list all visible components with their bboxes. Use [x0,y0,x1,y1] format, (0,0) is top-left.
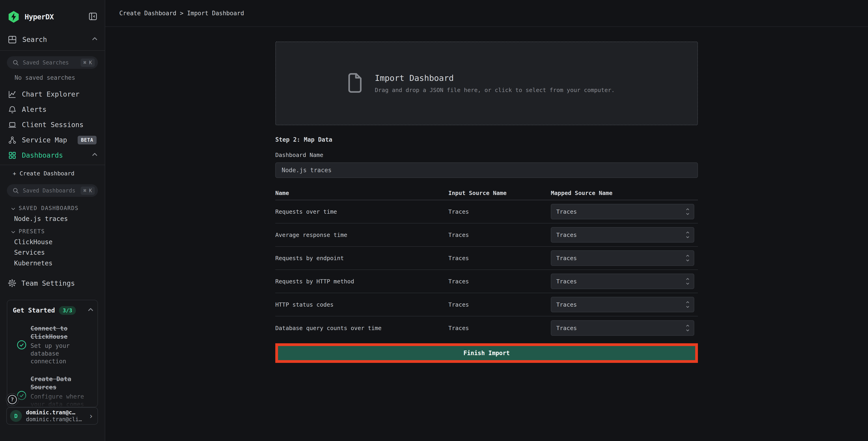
app-root: HyperDX Search [0,0,868,441]
chart-name: HTTP status codes [275,301,448,308]
mapped-source-select[interactable]: Traces [551,320,694,336]
get-started-progress-badge: 3/3 [59,306,76,315]
input-source: Traces [448,255,551,262]
saved-dashboards-search[interactable]: ⌘ K [7,184,98,197]
check-circle-icon [13,340,31,350]
sidebar-item-client-sessions[interactable]: Client Sessions [0,117,105,133]
search-section-icon [7,35,17,45]
sidebar-item-clickhouse[interactable]: ClickHouse [0,237,105,247]
service-map-icon [7,136,17,145]
get-started-item-sources[interactable]: Create Data Sources Configure where your… [13,375,92,407]
get-started-panel: Get Started 3/3 Connect to ClickHouse Se… [7,300,98,407]
shortcut-badge: ⌘ K [81,59,95,67]
saved-dashboards-input[interactable] [23,187,81,194]
task-title: Create Data Sources [31,375,92,391]
nav-label: Alerts [22,106,46,113]
input-source: Traces [448,325,551,331]
table-row: Database query counts over time Traces T… [275,316,698,340]
import-dropzone[interactable]: Import Dashboard Drag and drop a JSON fi… [275,41,698,125]
chevron-up-icon[interactable] [92,37,97,42]
sidebar-item-alerts[interactable]: Alerts [0,102,105,117]
dashboard-name-input[interactable] [275,163,698,178]
chart-name: Requests over time [275,208,448,215]
mapped-source-select[interactable]: Traces [551,251,694,266]
annotation-highlight-box: Finish Import [275,343,698,363]
mapped-source-select[interactable]: Traces [551,227,694,243]
create-dashboard-button[interactable]: + Create Dashboard [0,165,105,181]
saved-searches-input[interactable] [23,59,81,66]
sidebar-item-search[interactable]: Search [7,33,97,47]
input-source: Traces [448,208,551,215]
team-settings-label: Team Settings [22,279,75,287]
sidebar-item-team-settings[interactable]: Team Settings [0,276,105,290]
nav-label: Client Sessions [22,121,84,129]
help-button[interactable]: ? [6,393,19,406]
beta-badge: BETA [78,136,97,144]
finish-import-button[interactable]: Finish Import [278,346,695,360]
sidebar-item-service-map[interactable]: Service Map BETA [0,133,105,148]
column-header: Input Source Name [448,190,551,196]
sidebar-item-dashboards[interactable]: Dashboards [0,148,105,163]
select-chevrons-icon [686,209,689,214]
logo-row: HyperDX [7,9,98,25]
search-icon [12,59,19,66]
dropzone-hint: Drag and drop a JSON file here, or click… [375,87,615,93]
laptop-icon [7,120,17,129]
avatar: D [10,410,22,422]
breadcrumb: Create Dashboard > Import Dashboard [119,10,244,17]
mapped-source-select[interactable]: Traces [551,273,694,289]
nav-label: Chart Explorer [22,90,80,98]
user-menu[interactable]: D dominic.tran@c… dominic.tran@cli… › [6,407,98,424]
select-chevrons-icon [686,325,689,331]
user-name: dominic.tran@c… [26,409,87,416]
hyperdx-logo-icon [7,10,20,23]
app-title: HyperDX [25,12,54,21]
chart-name: Requests by HTTP method [275,278,448,285]
input-source: Traces [448,278,551,285]
chart-name: Database query counts over time [275,325,448,331]
gear-icon [7,278,17,288]
search-icon [12,187,19,194]
sidebar-item-services[interactable]: Services [0,247,105,258]
chevron-up-icon[interactable] [92,153,97,158]
bell-icon [7,105,17,114]
input-source: Traces [448,232,551,238]
task-description: Set up your database connection [31,342,92,365]
chart-explorer-icon [7,90,17,99]
shortcut-badge: ⌘ K [81,186,95,195]
dashboard-name-label: Dashboard Name [275,152,698,158]
dropzone-title: Import Dashboard [375,74,615,83]
sidebar-nav: Chart Explorer Alerts Cl [0,87,105,163]
get-started-header[interactable]: Get Started 3/3 [13,306,92,315]
saved-dashboards-group[interactable]: SAVED DASHBOARDS [0,205,105,212]
sidebar-item-chart-explorer[interactable]: Chart Explorer [0,87,105,102]
question-mark-icon: ? [8,395,17,404]
sidebar-collapse-icon[interactable] [88,11,98,22]
user-email: dominic.tran@cli… [26,416,87,422]
nav-label: Service Map [22,136,67,144]
task-description: Configure where your data comes from [31,393,92,407]
saved-searches-search[interactable]: ⌘ K [7,56,98,69]
no-saved-searches-text: No saved searches [14,74,105,81]
sidebar-item-nodejs-traces[interactable]: Node.js traces [0,214,105,224]
table-header: Name Input Source Name Mapped Source Nam… [275,186,698,200]
mapped-source-select[interactable]: Traces [551,297,694,312]
column-header: Mapped Source Name [551,190,698,196]
input-source: Traces [448,301,551,308]
chevron-down-icon [11,230,15,234]
file-icon [347,72,362,94]
select-chevrons-icon [686,302,689,307]
get-started-item-connect[interactable]: Connect to ClickHouse Set up your databa… [13,324,92,365]
get-started-title: Get Started [13,306,55,314]
column-header: Name [275,190,448,196]
import-content: Import Dashboard Drag and drop a JSON fi… [275,27,698,363]
nav-label: Dashboards [22,151,63,159]
select-chevrons-icon [686,278,689,284]
chart-name: Average response time [275,232,448,238]
chevron-up-icon[interactable] [88,308,93,313]
table-row: HTTP status codes Traces Traces [275,293,698,316]
mapped-source-select[interactable]: Traces [551,204,694,219]
sidebar-item-kubernetes[interactable]: Kubernetes [0,258,105,269]
presets-group[interactable]: PRESETS [0,228,105,235]
chevron-right-icon: › [89,411,93,420]
